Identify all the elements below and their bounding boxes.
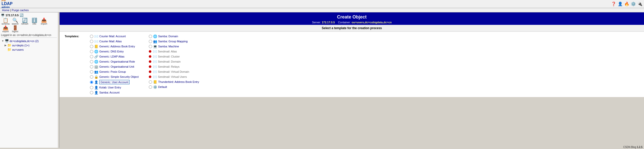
template-radio[interactable] — [149, 45, 152, 48]
tool-search[interactable]: 🔍 search — [11, 18, 20, 25]
depts-folder-icon: 📁 — [7, 43, 11, 47]
template-name[interactable]: Generic: Organisational Unit — [99, 65, 134, 68]
power-icon[interactable]: 🔌 — [637, 2, 642, 6]
search-label: search — [12, 23, 18, 25]
tool-logout[interactable]: 🚪 logout — [11, 26, 20, 33]
user-icon[interactable]: 👤 — [618, 2, 623, 6]
template-radio[interactable] — [90, 65, 93, 68]
template-radio[interactable] — [90, 86, 93, 89]
template-name[interactable]: Generic: Address Book Entry — [99, 45, 135, 48]
template-radio[interactable] — [149, 40, 152, 43]
template-radio[interactable] — [90, 91, 93, 94]
template-row: 🌐Samba: Domain — [149, 34, 199, 38]
template-row: 👤Generic: User Account — [90, 80, 139, 84]
template-row: 👤Kolab: User Entry — [90, 85, 139, 89]
template-disabled-dot — [149, 65, 151, 68]
template-name[interactable]: Default — [158, 85, 167, 88]
tool-refresh[interactable]: 🔄 refresh — [20, 18, 29, 25]
import-label: import — [41, 23, 47, 25]
tree-item-ou-users[interactable]: ▶ 📁 ou=users — [4, 47, 57, 52]
template-name[interactable]: Samba: Domain — [158, 35, 178, 38]
template-disabled-dot — [149, 60, 151, 63]
template-name[interactable]: Kolab: User Entry — [99, 86, 121, 89]
template-icon: 💻 — [153, 44, 157, 48]
server-info-server-label: Server: — [312, 21, 321, 24]
template-name[interactable]: Generic: User Account — [99, 80, 130, 84]
template-row: 💻Samba: Machine — [149, 44, 199, 48]
dc-root-label[interactable]: dc=cubigdata,dc=cn (2) — [10, 40, 39, 43]
template-name[interactable]: Generic: Posix Group — [99, 70, 126, 73]
template-icon: ✉️ — [94, 39, 98, 43]
content-area: Create Object Server: 172.17.0.5 Contain… — [60, 12, 644, 148]
template-radio[interactable] — [90, 55, 93, 58]
template-icon: 🌐 — [94, 60, 98, 64]
template-radio[interactable] — [90, 75, 93, 79]
server-info-server-value: 172.17.0.5 — [322, 21, 335, 24]
template-radio[interactable] — [90, 81, 93, 84]
template-name[interactable]: Generic: Simple Security Object — [99, 75, 139, 78]
ou-depts-label[interactable]: ou=depts (1+) — [12, 44, 30, 47]
template-row: 👥Generic: Posix Group — [90, 70, 139, 74]
help-icon[interactable]: ❓ — [611, 2, 616, 6]
template-radio[interactable] — [90, 50, 93, 53]
template-icon: 👥 — [94, 70, 98, 74]
tool-schema[interactable]: 📋 schema — [1, 18, 10, 25]
template-name[interactable]: Sendmail: Relays — [158, 65, 180, 68]
template-radio[interactable] — [149, 85, 152, 89]
tree-subtree: ▶ 📁 ou=depts (1+) ▶ 📁 ou=users — [1, 43, 57, 52]
server-refresh-icon[interactable]: 🔄 — [20, 13, 23, 17]
template-radio[interactable] — [90, 35, 93, 38]
template-radio[interactable] — [90, 60, 93, 63]
template-name[interactable]: Sendmail: Domain — [158, 60, 181, 63]
template-name[interactable]: Generic: Organisational Role — [99, 60, 135, 63]
template-icon: ✉️ — [153, 60, 157, 64]
server-info-container-label: Container: — [338, 21, 351, 24]
schema-label: schema — [2, 23, 10, 25]
template-radio[interactable] — [149, 80, 152, 84]
tree-item-ou-depts[interactable]: ▶ 📁 ou=depts (1+) — [4, 43, 57, 47]
template-name[interactable]: Generic: LDAP Alias — [99, 55, 124, 58]
template-name[interactable]: Samba: Machine — [158, 45, 179, 48]
template-icon: ✉️ — [153, 49, 157, 53]
fire-icon[interactable]: 🔥 — [624, 2, 629, 6]
tool-import[interactable]: 📥 import — [39, 18, 49, 25]
settings-icon[interactable]: ⚙️ — [631, 2, 636, 6]
template-icon: ⚙️ — [153, 85, 157, 89]
tree-item-dc-root[interactable]: ▼ 🖥️ dc=cubigdata,dc=cn (2) — [1, 39, 57, 43]
template-row: ⚙️Default — [149, 85, 199, 89]
template-name[interactable]: Sendmail: Cluster — [158, 55, 180, 58]
logo-sub: admin — [2, 6, 10, 9]
template-name[interactable]: Sendmail: Virtual Users — [158, 75, 187, 78]
template-row: 🔗Generic: LDAP Alias — [90, 54, 139, 59]
template-icon: 👥 — [153, 39, 157, 43]
template-radio[interactable] — [90, 40, 93, 43]
nav-purge[interactable]: Purge caches — [12, 9, 29, 12]
ou-users-label[interactable]: ou=users — [12, 48, 24, 51]
template-row: 👥Samba: Group Mapping — [149, 39, 199, 43]
server-info-bar: Server: 172.17.0.5 Container: ou=users,d… — [61, 21, 643, 24]
template-name[interactable]: Courier Mail: Alias — [99, 40, 122, 43]
refresh-icon: 🔄 — [22, 18, 28, 23]
template-name[interactable]: Courier Mail: Account — [99, 35, 126, 38]
template-radio[interactable] — [90, 45, 93, 48]
template-name[interactable]: Thunderbird: Address Book Entry — [158, 80, 199, 83]
template-name[interactable]: Generic: DNS Entry — [99, 50, 124, 53]
server-header: 🖥️ 172.17.0.5 🔄 — [1, 13, 57, 17]
logout-icon: 🚪 — [12, 26, 18, 30]
top-bar-right: ❓ 👤 🔥 ⚙️ 🔌 — [611, 2, 642, 6]
template-name[interactable]: Samba: Group Mapping — [158, 40, 188, 43]
template-radio[interactable] — [149, 35, 152, 38]
template-icon: 👤 — [94, 85, 98, 89]
template-row: ✉️Courier Mail: Alias — [90, 39, 139, 43]
template-radio[interactable] — [90, 70, 93, 73]
template-name[interactable]: Samba: Account — [99, 91, 120, 94]
template-name[interactable]: Sendmail: Alias — [158, 50, 177, 53]
tool-export[interactable]: 📤 export — [1, 26, 10, 33]
nav-home[interactable]: Home — [2, 9, 9, 12]
import-icon: 📥 — [41, 18, 47, 23]
template-icon: 🌐 — [153, 34, 157, 38]
tool-info[interactable]: ℹ️ info — [30, 18, 39, 25]
template-disabled-dot — [149, 50, 151, 53]
users-folder-icon: 📁 — [7, 48, 11, 51]
template-name[interactable]: Sendmail: Virtual Domain — [158, 70, 189, 73]
